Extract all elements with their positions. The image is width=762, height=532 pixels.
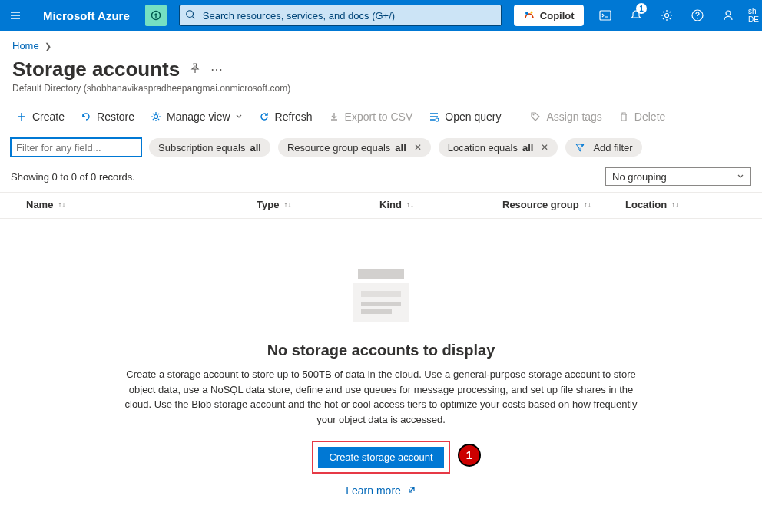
- empty-description: Create a storage account to store up to …: [120, 367, 642, 427]
- svg-point-2: [525, 12, 528, 15]
- tag-icon: [529, 111, 542, 123]
- close-icon[interactable]: ✕: [414, 142, 422, 153]
- external-link-icon: [407, 485, 416, 494]
- copilot-icon: [523, 9, 535, 21]
- refresh-icon: [258, 111, 270, 123]
- sort-icon: ↑↓: [58, 200, 65, 209]
- grouping-select[interactable]: No grouping: [605, 167, 751, 186]
- svg-rect-15: [361, 302, 401, 306]
- sort-icon: ↑↓: [283, 200, 291, 209]
- export-csv-button[interactable]: Export to CSV: [322, 107, 419, 126]
- copilot-button[interactable]: Copilot: [514, 5, 584, 26]
- filter-row: Subscription equals all Resource group e…: [0, 134, 762, 164]
- search-wrap: [179, 5, 502, 26]
- table-header: Name ↑↓ Type ↑↓ Kind ↑↓ Resource group ↑…: [0, 192, 762, 219]
- refresh-button[interactable]: Refresh: [252, 107, 319, 126]
- assign-tags-button[interactable]: Assign tags: [523, 107, 608, 126]
- svg-point-11: [533, 114, 535, 116]
- create-storage-account-button[interactable]: Create storage account: [318, 447, 443, 468]
- cloud-shell-icon[interactable]: [590, 0, 621, 31]
- account-label[interactable]: shDE: [744, 0, 762, 31]
- svg-point-5: [665, 14, 669, 18]
- filter-icon: [575, 142, 585, 153]
- query-icon: [428, 111, 440, 123]
- svg-point-10: [436, 118, 439, 121]
- search-input[interactable]: [179, 5, 502, 26]
- settings-icon[interactable]: [651, 0, 682, 31]
- chevron-right-icon: ❯: [45, 41, 51, 51]
- svg-rect-14: [361, 291, 401, 297]
- svg-point-9: [154, 115, 158, 119]
- column-kind[interactable]: Kind ↑↓: [379, 199, 502, 210]
- top-bar: Microsoft Azure Copilot 1 shD: [0, 0, 762, 31]
- svg-point-3: [530, 12, 532, 14]
- search-icon: [185, 9, 196, 20]
- chevron-down-icon: [235, 113, 243, 121]
- top-icons: 1 shDE: [590, 0, 762, 31]
- restore-button[interactable]: Restore: [74, 107, 141, 126]
- empty-title: No storage accounts to display: [267, 342, 495, 359]
- command-bar: Create Restore Manage view Refresh Expor…: [0, 100, 762, 134]
- manage-view-button[interactable]: Manage view: [144, 107, 249, 126]
- svg-point-1: [187, 11, 194, 18]
- filter-input[interactable]: [11, 138, 141, 157]
- trash-icon: [618, 111, 630, 123]
- svg-rect-4: [600, 11, 611, 20]
- more-icon[interactable]: ⋯: [210, 62, 223, 77]
- pin-icon[interactable]: [189, 62, 201, 77]
- svg-rect-12: [358, 269, 404, 279]
- page-title: Storage accounts: [12, 58, 180, 81]
- download-icon: [328, 111, 340, 123]
- gear-icon: [150, 111, 162, 123]
- empty-illustration: [344, 265, 418, 326]
- sort-icon: ↑↓: [406, 200, 414, 209]
- subscription-filter-pill[interactable]: Subscription equals all: [149, 138, 270, 157]
- upgrade-icon[interactable]: [145, 5, 167, 26]
- separator: [515, 109, 515, 124]
- notification-badge: 1: [636, 3, 647, 14]
- svg-point-7: [697, 18, 697, 18]
- brand-label[interactable]: Microsoft Azure: [37, 9, 136, 22]
- learn-more-link[interactable]: Learn more: [346, 484, 416, 497]
- add-filter-button[interactable]: Add filter: [565, 138, 641, 157]
- column-name[interactable]: Name ↑↓: [26, 199, 257, 210]
- copilot-label: Copilot: [540, 10, 575, 21]
- restore-icon: [80, 111, 92, 123]
- column-resource-group[interactable]: Resource group ↑↓: [502, 199, 625, 210]
- menu-icon[interactable]: [0, 0, 31, 31]
- chevron-down-icon: [737, 173, 744, 180]
- page-header: Storage accounts ⋯ Default Directory (sh…: [0, 55, 762, 100]
- column-location[interactable]: Location ↑↓: [625, 199, 717, 210]
- breadcrumb: Home ❯: [0, 31, 762, 55]
- sort-icon: ↑↓: [671, 200, 679, 209]
- delete-button[interactable]: Delete: [611, 107, 671, 126]
- callout-badge: 1: [458, 444, 481, 467]
- open-query-button[interactable]: Open query: [422, 107, 507, 126]
- records-row: Showing 0 to 0 of 0 records. No grouping: [0, 164, 762, 192]
- page-subtitle: Default Directory (shobhanavikaspradheep…: [12, 83, 750, 94]
- resource-group-filter-pill[interactable]: Resource group equals all ✕: [278, 138, 431, 157]
- help-icon[interactable]: [682, 0, 713, 31]
- feedback-icon[interactable]: [713, 0, 744, 31]
- plus-icon: [15, 111, 28, 123]
- records-count: Showing 0 to 0 of 0 records.: [11, 171, 135, 183]
- column-type[interactable]: Type ↑↓: [257, 199, 379, 210]
- svg-point-8: [726, 11, 731, 15]
- location-filter-pill[interactable]: Location equals all ✕: [439, 138, 558, 157]
- create-highlight: Create storage account 1: [312, 441, 449, 474]
- create-button[interactable]: Create: [9, 107, 71, 126]
- breadcrumb-home[interactable]: Home: [12, 40, 39, 51]
- sort-icon: ↑↓: [584, 200, 591, 209]
- notifications-icon[interactable]: 1: [621, 0, 651, 31]
- svg-rect-16: [361, 309, 392, 314]
- close-icon[interactable]: ✕: [541, 142, 548, 153]
- empty-state: No storage accounts to display Create a …: [0, 219, 762, 527]
